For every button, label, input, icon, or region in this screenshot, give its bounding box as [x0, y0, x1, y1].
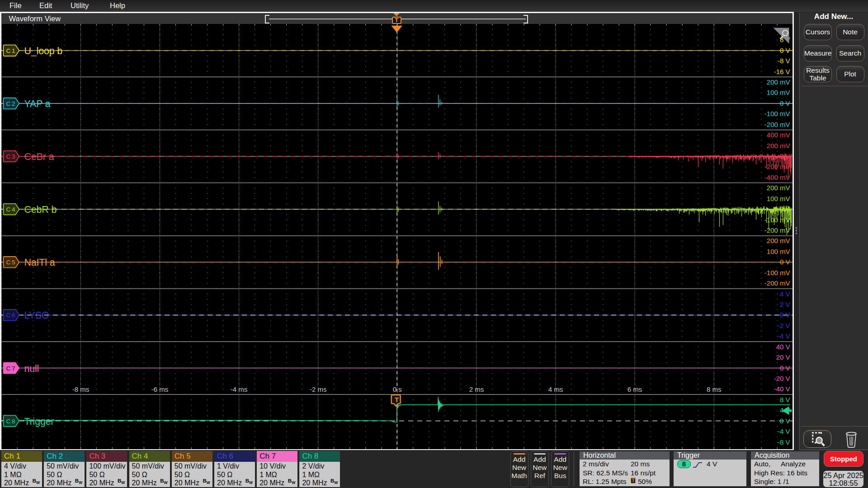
svg-text:C 7: C 7	[6, 365, 15, 371]
svg-text:NaITl a: NaITl a	[24, 257, 55, 268]
svg-text:C 3: C 3	[6, 153, 15, 160]
svg-text:C 2: C 2	[6, 100, 15, 107]
svg-text:-200 mV: -200 mV	[764, 120, 790, 128]
svg-text:0 s: 0 s	[392, 385, 401, 393]
svg-text:200 mV: 200 mV	[766, 184, 790, 192]
svg-text:2 V: 2 V	[779, 300, 790, 308]
svg-text:-40 V: -40 V	[774, 385, 790, 393]
svg-text:-200 mV: -200 mV	[764, 226, 790, 234]
svg-text:-100 mV: -100 mV	[764, 110, 790, 117]
svg-text:40 V: 40 V	[776, 343, 790, 350]
svg-text:-400 mV: -400 mV	[764, 173, 790, 181]
svg-text:-6 ms: -6 ms	[151, 385, 168, 393]
svg-text:8 ms: 8 ms	[706, 385, 721, 393]
svg-text:C 6: C 6	[6, 312, 15, 319]
svg-text:C 5: C 5	[6, 259, 15, 266]
svg-text:20 V: 20 V	[776, 353, 790, 361]
svg-text:T: T	[395, 396, 399, 404]
svg-text:0 V: 0 V	[779, 417, 790, 424]
svg-text:100 mV: 100 mV	[766, 194, 790, 202]
svg-text:-4 ms: -4 ms	[230, 385, 247, 393]
svg-text:-2 ms: -2 ms	[309, 385, 326, 393]
svg-text:0 V: 0 V	[779, 311, 790, 319]
svg-text:LYSO: LYSO	[24, 310, 49, 321]
svg-text:-4 V: -4 V	[777, 427, 790, 435]
svg-text:CeBr a: CeBr a	[24, 151, 54, 162]
svg-text:YAP a: YAP a	[24, 98, 50, 109]
svg-text:200 mV: 200 mV	[766, 141, 790, 149]
svg-text:100 mV: 100 mV	[766, 247, 790, 255]
svg-text:-2 V: -2 V	[777, 321, 790, 329]
svg-text:null: null	[24, 363, 39, 374]
svg-text:-8 ms: -8 ms	[72, 385, 89, 393]
svg-text:6 ms: 6 ms	[627, 385, 642, 393]
svg-text:CebR b: CebR b	[24, 204, 57, 215]
svg-text:U_loop b: U_loop b	[24, 45, 62, 56]
svg-text:200 mV: 200 mV	[766, 237, 790, 244]
svg-text:C 4: C 4	[6, 206, 15, 213]
svg-text:100 mV: 100 mV	[766, 89, 790, 96]
svg-text:-8 V: -8 V	[777, 438, 790, 446]
svg-text:8 V: 8 V	[779, 395, 790, 403]
svg-text:0 V: 0 V	[779, 258, 790, 266]
svg-text:200 mV: 200 mV	[766, 78, 790, 86]
svg-text:-200 mV: -200 mV	[764, 279, 790, 287]
svg-text:4 ms: 4 ms	[548, 385, 563, 393]
svg-text:0 V: 0 V	[779, 99, 790, 107]
svg-text:-4 V: -4 V	[777, 332, 790, 340]
svg-text:C 1: C 1	[6, 47, 15, 54]
svg-text:-8 V: -8 V	[777, 57, 790, 65]
svg-text:0 V: 0 V	[779, 364, 790, 371]
svg-text:-100 mV: -100 mV	[764, 268, 790, 276]
svg-text:400 mV: 400 mV	[766, 131, 790, 139]
svg-text:-16 V: -16 V	[774, 67, 790, 75]
svg-text:2 ms: 2 ms	[469, 385, 484, 393]
svg-text:C 8: C 8	[6, 418, 15, 424]
svg-text:4 V: 4 V	[779, 290, 790, 297]
svg-text:Trigger: Trigger	[24, 416, 54, 427]
svg-text:0 V: 0 V	[779, 46, 790, 54]
svg-text:-20 V: -20 V	[774, 374, 790, 382]
